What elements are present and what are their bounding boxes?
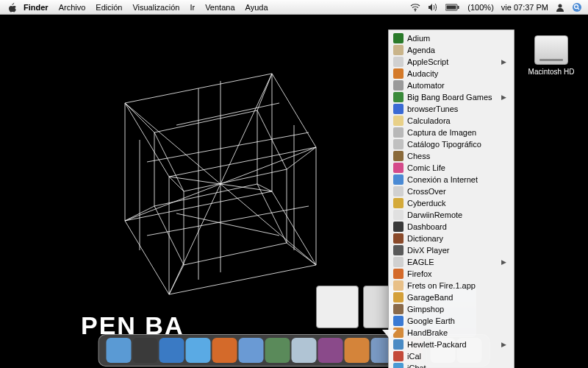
submenu-arrow-icon: ▶: [501, 93, 506, 101]
app-conexi-n-a-internet[interactable]: Conexión a Internet: [389, 174, 514, 185]
dock-safari[interactable]: [239, 338, 264, 363]
app-label: iCal: [407, 352, 421, 361]
app-applescript[interactable]: AppleScript▶: [389, 56, 514, 68]
app-chess[interactable]: Chess: [389, 150, 514, 162]
app-icon: [393, 92, 404, 102]
app-eagle[interactable]: EAGLE▶: [389, 256, 514, 268]
app-big-bang-board-games[interactable]: Big Bang Board Games▶: [389, 91, 514, 103]
app-ichat[interactable]: iChat: [389, 362, 514, 368]
app-garageband[interactable]: GarageBand: [389, 291, 514, 303]
app-audacity[interactable]: Audacity: [389, 68, 514, 79]
preview-card-1[interactable]: [316, 286, 359, 328]
app-icon: [393, 257, 404, 267]
app-adium[interactable]: Adium: [389, 32, 514, 44]
app-icon: [393, 198, 404, 208]
app-icon: [393, 174, 404, 185]
app-label: Google Earth: [407, 316, 455, 325]
menu-archivo[interactable]: Archivo: [59, 3, 86, 12]
app-icon: [393, 292, 404, 302]
app-label: Firefox: [407, 269, 432, 278]
user-icon[interactable]: [556, 3, 564, 12]
app-label: Agenda: [407, 46, 435, 54]
app-label: DivX Player: [407, 246, 449, 255]
menu-visualizacion[interactable]: Visualización: [132, 3, 179, 12]
app-label: HandBrake: [407, 328, 448, 337]
app-label: browserTunes: [407, 105, 458, 113]
dock-app2[interactable]: [345, 338, 370, 363]
apple-icon[interactable]: [6, 2, 16, 13]
app-icon: [393, 80, 404, 91]
app-label: Dictionary: [407, 234, 443, 243]
wireframe-art: [66, 29, 375, 309]
app-cat-logo-tipogr-fico[interactable]: Catálogo Tipográfico: [389, 138, 514, 150]
app-label: GarageBand: [407, 293, 453, 302]
applications-menu: AdiumAgendaAppleScript▶AudacityAutomator…: [388, 29, 514, 368]
app-label: CrossOver: [407, 187, 446, 196]
spotlight-icon[interactable]: [572, 2, 582, 13]
dock-ichat[interactable]: [186, 338, 211, 363]
app-label: Hewlett-Packard: [407, 340, 467, 349]
app-label: Calculadora: [407, 116, 451, 125]
menu-ayuda[interactable]: Ayuda: [245, 3, 268, 12]
battery-icon[interactable]: [445, 4, 460, 11]
app-cyberduck[interactable]: Cyberduck: [389, 197, 514, 209]
app-label: DarwiinRemote: [407, 210, 462, 219]
app-icon: [393, 33, 404, 43]
app-google-earth[interactable]: Google Earth: [389, 315, 514, 327]
app-icon: [393, 245, 404, 255]
dock-finder[interactable]: [107, 338, 132, 363]
menu-edicion[interactable]: Edición: [96, 3, 122, 12]
app-crossover[interactable]: CrossOver: [389, 185, 514, 197]
hd-label: Macintosh HD: [525, 68, 578, 76]
macintosh-hd[interactable]: Macintosh HD: [525, 35, 578, 76]
dock-mail[interactable]: [292, 338, 317, 363]
app-captura-de-imagen[interactable]: Captura de Imagen: [389, 127, 514, 138]
app-divx-player[interactable]: DivX Player: [389, 244, 514, 256]
dock-dashboard[interactable]: [133, 338, 158, 363]
app-frets-on-fire-1-app[interactable]: Frets on Fire.1.app: [389, 280, 514, 291]
volume-icon[interactable]: [428, 3, 438, 12]
app-ical[interactable]: iCal: [389, 350, 514, 362]
app-agenda[interactable]: Agenda: [389, 44, 514, 56]
app-icon: [393, 351, 404, 361]
app-icon: [393, 304, 404, 314]
menu-ventana[interactable]: Ventana: [205, 3, 234, 12]
app-icon: [393, 363, 404, 368]
app-label: Automator: [407, 81, 445, 90]
app-automator[interactable]: Automator: [389, 79, 514, 91]
submenu-arrow-icon: ▶: [501, 58, 506, 66]
app-icon: [393, 269, 404, 279]
app-dashboard[interactable]: Dashboard: [389, 221, 514, 233]
app-label: Cyberduck: [407, 199, 446, 208]
app-icon: [393, 163, 404, 173]
app-darwiinremote[interactable]: DarwiinRemote: [389, 209, 514, 221]
submenu-arrow-icon: ▶: [501, 258, 506, 266]
app-gimpshop[interactable]: Gimpshop: [389, 303, 514, 315]
dock-firefox[interactable]: [212, 338, 237, 363]
app-name[interactable]: Finder: [24, 3, 49, 12]
battery-text: (100%): [467, 3, 493, 12]
app-calculadora[interactable]: Calculadora: [389, 115, 514, 127]
menu-ir[interactable]: Ir: [190, 3, 195, 12]
app-label: Audacity: [407, 69, 438, 78]
wifi-icon[interactable]: [410, 3, 420, 12]
app-label: Chess: [407, 152, 430, 160]
dock-google-earth[interactable]: [159, 338, 184, 363]
app-browsertunes[interactable]: browserTunes: [389, 103, 514, 115]
app-hewlett-packard[interactable]: Hewlett-Packard▶: [389, 339, 514, 350]
app-icon: [393, 339, 404, 350]
app-label: Dashboard: [407, 222, 447, 231]
app-label: Catálogo Tipográfico: [407, 140, 481, 149]
clock[interactable]: vie 07:37 PM: [501, 3, 548, 12]
menu-pointer: [382, 330, 397, 339]
app-handbrake[interactable]: HandBrake: [389, 327, 514, 339]
app-dictionary[interactable]: Dictionary: [389, 233, 514, 244]
svg-rect-2: [447, 5, 456, 9]
svg-point-0: [415, 10, 416, 11]
svg-point-4: [559, 4, 562, 7]
app-comic-life[interactable]: Comic Life: [389, 162, 514, 174]
app-firefox[interactable]: Firefox: [389, 268, 514, 280]
app-icon: [393, 127, 404, 138]
dock-app1[interactable]: [318, 338, 343, 363]
dock-itunes[interactable]: [265, 338, 290, 363]
